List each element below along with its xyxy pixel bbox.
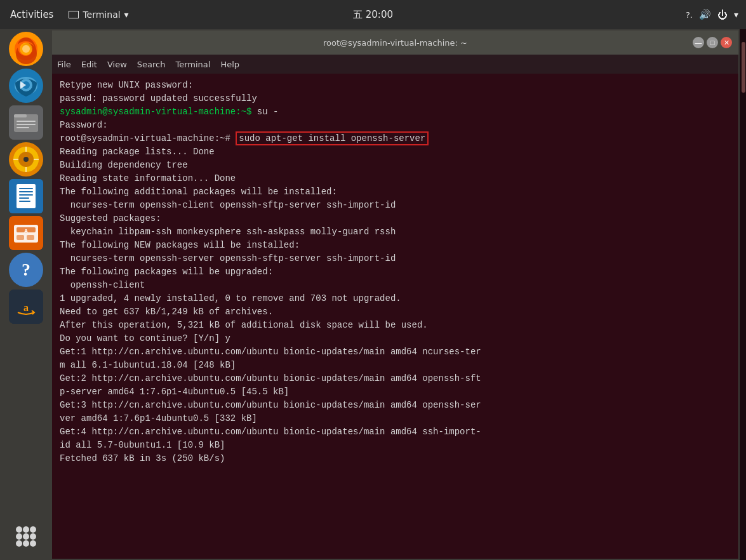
svg-text:A: A bbox=[24, 229, 28, 234]
svg-point-39 bbox=[23, 533, 29, 540]
term-line: 1 upgraded, 4 newly installed, 0 to remo… bbox=[60, 292, 731, 305]
svg-point-17 bbox=[23, 157, 29, 162]
sidebar-icon-rhythmbox[interactable] bbox=[9, 142, 43, 177]
svg-point-36 bbox=[23, 526, 29, 533]
svg-rect-13 bbox=[17, 127, 29, 128]
menu-terminal[interactable]: Terminal bbox=[175, 60, 210, 69]
activities-button[interactable]: Activities bbox=[0, 0, 63, 29]
svg-point-41 bbox=[16, 540, 22, 547]
term-highlighted-command: sudo apt-get install openssh-server bbox=[236, 131, 429, 145]
svg-rect-12 bbox=[17, 124, 36, 125]
term-line: Get:3 http://cn.archive.ubuntu.com/ubunt… bbox=[60, 399, 731, 425]
term-prompt-line: sysadmin@sysadmin-virtual-machine:~$ su … bbox=[60, 105, 731, 119]
term-line: Reading state information... Done bbox=[60, 172, 731, 185]
term-line: openssh-client bbox=[60, 279, 731, 292]
term-line: ncurses-term openssh-client openssh-sftp… bbox=[60, 199, 731, 212]
svg-rect-21 bbox=[19, 191, 33, 192]
terminal-menu[interactable]: Terminal ▾ bbox=[63, 10, 133, 20]
term-command: su - bbox=[257, 107, 279, 117]
terminal-menu-chevron: ▾ bbox=[124, 10, 129, 20]
svg-rect-23 bbox=[19, 197, 29, 199]
sidebar-icon-firefox[interactable] bbox=[9, 32, 43, 66]
term-prompt-green: sysadmin@sysadmin-virtual-machine:~$ bbox=[60, 107, 257, 117]
terminal-window-icon bbox=[69, 11, 79, 18]
svg-rect-29 bbox=[17, 235, 24, 240]
sidebar-icon-files[interactable] bbox=[9, 105, 43, 140]
main-layout: A ? a bbox=[0, 29, 746, 560]
svg-rect-11 bbox=[17, 121, 36, 122]
svg-point-37 bbox=[30, 526, 36, 533]
term-line: Password: bbox=[60, 119, 731, 132]
svg-rect-30 bbox=[27, 235, 34, 240]
terminal-titlebar: root@sysadmin-virtual-machine: ~ — □ ✕ bbox=[52, 30, 738, 55]
svg-point-3 bbox=[22, 45, 30, 53]
terminal-scrollbar[interactable] bbox=[740, 29, 746, 560]
menu-search[interactable]: Search bbox=[137, 60, 166, 69]
term-line: ncurses-term openssh-server openssh-sftp… bbox=[60, 252, 731, 265]
menu-help[interactable]: Help bbox=[220, 60, 239, 69]
svg-point-42 bbox=[23, 540, 29, 547]
term-prompt-white: root@sysadmin-virtual-machine:~# bbox=[60, 133, 236, 143]
svg-rect-20 bbox=[19, 188, 33, 189]
term-highlighted-line: root@sysadmin-virtual-machine:~# sudo ap… bbox=[60, 132, 731, 145]
sidebar-icon-libreoffice-writer[interactable] bbox=[9, 179, 43, 213]
term-line: Get:2 http://cn.archive.ubuntu.com/ubunt… bbox=[60, 372, 731, 399]
svg-point-38 bbox=[16, 533, 22, 540]
svg-rect-24 bbox=[19, 201, 30, 202]
window-minimize-button[interactable]: — bbox=[693, 37, 704, 48]
window-close-button[interactable]: ✕ bbox=[721, 37, 732, 48]
menu-edit[interactable]: Edit bbox=[81, 60, 97, 69]
term-line: After this operation, 5,321 kB of additi… bbox=[60, 319, 731, 332]
scrollbar-thumb[interactable] bbox=[742, 42, 745, 93]
menu-view[interactable]: View bbox=[107, 60, 127, 69]
svg-rect-19 bbox=[17, 184, 36, 208]
term-line: passwd: password updated successfully bbox=[60, 92, 731, 105]
terminal-content[interactable]: Retype new UNIX password: passwd: passwo… bbox=[52, 74, 738, 559]
svg-text:?: ? bbox=[22, 260, 30, 279]
term-line: Reading package lists... Done bbox=[60, 145, 731, 159]
help-icon[interactable]: ?. bbox=[686, 10, 693, 20]
term-line: Retype new UNIX password: bbox=[60, 79, 731, 92]
term-line: Get:4 http://cn.archive.ubuntu.com/ubunt… bbox=[60, 425, 731, 452]
term-line: Need to get 637 kB/1,249 kB of archives. bbox=[60, 305, 731, 319]
term-line: Suggested packages: bbox=[60, 212, 731, 225]
sidebar-icon-app-grid[interactable] bbox=[9, 519, 43, 554]
term-line: The following packages will be upgraded: bbox=[60, 265, 731, 279]
term-line: Building dependency tree bbox=[60, 159, 731, 172]
svg-rect-10 bbox=[14, 114, 27, 117]
svg-point-40 bbox=[30, 533, 36, 540]
svg-rect-22 bbox=[19, 194, 33, 196]
terminal-title: root@sysadmin-virtual-machine: ~ bbox=[323, 38, 467, 48]
volume-icon[interactable]: 🔊 bbox=[699, 9, 711, 20]
sidebar-icon-help[interactable]: ? bbox=[9, 253, 43, 287]
terminal-window: root@sysadmin-virtual-machine: ~ — □ ✕ F… bbox=[52, 30, 738, 559]
term-line: Fetched 637 kB in 3s (250 kB/s) bbox=[60, 452, 731, 465]
terminal-menubar: File Edit View Search Terminal Help bbox=[52, 55, 738, 74]
terminal-menu-label: Terminal bbox=[83, 10, 120, 20]
term-line: The following NEW packages will be insta… bbox=[60, 239, 731, 252]
window-maximize-button[interactable]: □ bbox=[707, 37, 718, 48]
menu-file[interactable]: File bbox=[57, 60, 71, 69]
window-controls: — □ ✕ bbox=[693, 37, 732, 48]
top-bar: Activities Terminal ▾ 五 20:00 ?. 🔊 ⏻ ▾ bbox=[0, 0, 746, 29]
power-icon[interactable]: ⏻ bbox=[717, 9, 728, 21]
term-line: Do you want to continue? [Y/n] y bbox=[60, 332, 731, 345]
svg-point-35 bbox=[16, 526, 22, 533]
term-line: keychain libpam-ssh monkeysphere ssh-ask… bbox=[60, 225, 731, 239]
svg-point-43 bbox=[30, 540, 36, 547]
svg-text:a: a bbox=[23, 302, 29, 313]
sidebar-icon-amazon[interactable]: a bbox=[9, 290, 43, 324]
clock: 五 20:00 bbox=[353, 9, 393, 21]
term-line: Get:1 http://cn.archive.ubuntu.com/ubunt… bbox=[60, 345, 731, 372]
sidebar-icon-ubuntu-software[interactable]: A bbox=[9, 216, 43, 250]
system-tray: ?. 🔊 ⏻ ▾ bbox=[686, 9, 746, 21]
term-line: The following additional packages will b… bbox=[60, 185, 731, 199]
system-chevron-icon[interactable]: ▾ bbox=[734, 10, 738, 20]
sidebar-icon-thunderbird[interactable] bbox=[9, 69, 43, 103]
sidebar: A ? a bbox=[0, 29, 52, 560]
